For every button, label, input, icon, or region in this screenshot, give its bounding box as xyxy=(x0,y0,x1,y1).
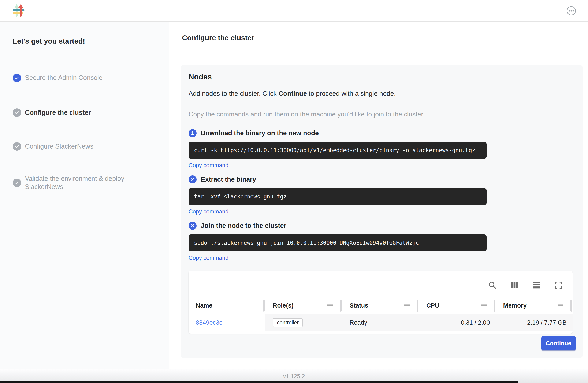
check-circle-icon xyxy=(13,74,21,82)
copy-command-link-3[interactable]: Copy command xyxy=(189,255,229,261)
column-menu-icon[interactable] xyxy=(481,302,487,309)
check-circle-icon xyxy=(13,179,21,187)
column-resize-handle[interactable] xyxy=(263,300,265,312)
sidebar-item-configure-cluster[interactable]: Configure the cluster xyxy=(0,95,169,130)
view-columns-icon[interactable] xyxy=(510,280,519,290)
nodes-heading: Nodes xyxy=(189,72,575,81)
setup-steps-sidebar: Let's get you started! Secure the Admin … xyxy=(0,22,169,369)
step-3-header: 3 Join the node to the cluster xyxy=(189,222,575,230)
column-header-memory[interactable]: Memory xyxy=(496,297,573,314)
column-menu-icon[interactable] xyxy=(557,302,564,309)
sidebar-heading: Let's get you started! xyxy=(0,22,169,61)
step-3-command-block: sudo ./slackernews-gnu join 10.0.0.11:30… xyxy=(189,234,486,251)
fullscreen-icon[interactable] xyxy=(554,280,563,290)
column-resize-handle[interactable] xyxy=(340,300,342,312)
step-2-command: tar -xvf slackernews-gnu.tgz xyxy=(194,193,287,200)
role-chip: controller xyxy=(273,318,303,327)
column-header-cpu[interactable]: CPU xyxy=(419,297,496,314)
page-title: Configure the cluster xyxy=(182,34,582,42)
search-icon[interactable] xyxy=(488,280,497,290)
nodes-card: Nodes Add nodes to the cluster. Click Co… xyxy=(181,65,583,358)
overflow-menu-button[interactable] xyxy=(567,6,576,16)
column-menu-icon[interactable] xyxy=(404,302,410,309)
step-1-command-block: curl -k https://10.0.0.11:30000/api/v1/e… xyxy=(189,142,486,159)
version-label: v1.125.2 xyxy=(283,373,305,380)
check-circle-icon xyxy=(13,108,21,117)
sidebar-item-label: Configure the cluster xyxy=(25,109,91,117)
step-2-command-block: tar -xvf slackernews-gnu.tgz xyxy=(189,188,486,205)
column-header-roles[interactable]: Role(s) xyxy=(265,297,342,314)
nodes-intro: Add nodes to the cluster. Click Continue… xyxy=(189,90,575,97)
topbar xyxy=(0,0,588,22)
sidebar-item-secure-admin-console[interactable]: Secure the Admin Console xyxy=(0,61,169,95)
density-icon[interactable] xyxy=(532,280,541,290)
column-resize-handle[interactable] xyxy=(570,300,572,312)
node-name-cell: 8849ec3c xyxy=(189,314,265,331)
copy-commands-hint: Copy the commands and run them on the ma… xyxy=(189,110,575,118)
bottom-edge-strip xyxy=(0,381,518,383)
column-header-status[interactable]: Status xyxy=(342,297,419,314)
node-memory-cell: 2.19 / 7.77 GB xyxy=(496,314,573,331)
table-row: 8849ec3c controller Ready 0.31 / 2.00 2.… xyxy=(189,314,573,331)
ellipsis-circle-icon xyxy=(567,6,576,16)
continue-button[interactable]: Continue xyxy=(541,336,576,350)
column-header-name[interactable]: Name xyxy=(189,297,265,314)
admin-console-screen: Let's get you started! Secure the Admin … xyxy=(0,0,588,383)
slackernews-logo-icon xyxy=(13,4,25,18)
column-resize-handle[interactable] xyxy=(417,300,419,312)
node-roles-cell: controller xyxy=(265,314,342,331)
step-number-badge: 3 xyxy=(189,222,197,230)
copy-command-link-2[interactable]: Copy command xyxy=(189,208,229,215)
sidebar-item-label: Configure SlackerNews xyxy=(25,143,93,151)
column-resize-handle[interactable] xyxy=(494,300,495,312)
sidebar-item-label: Validate the environment & deploy Slacke… xyxy=(25,175,147,191)
main-content: Configure the cluster Nodes Add nodes to… xyxy=(169,22,588,369)
sidebar-item-configure-slackernews[interactable]: Configure SlackerNews xyxy=(0,130,169,163)
step-2-header: 2 Extract the binary xyxy=(189,175,575,183)
column-menu-icon[interactable] xyxy=(327,302,333,309)
node-name-link[interactable]: 8849ec3c xyxy=(196,319,222,326)
title-divider xyxy=(182,52,582,52)
nodes-table: Name Role(s) Status xyxy=(189,271,573,334)
check-circle-icon xyxy=(13,142,21,151)
table-toolbar xyxy=(189,271,573,297)
step-1-command: curl -k https://10.0.0.11:30000/api/v1/e… xyxy=(194,147,475,153)
step-3-command: sudo ./slackernews-gnu join 10.0.0.11:30… xyxy=(194,240,419,246)
table-header-row: Name Role(s) Status xyxy=(189,297,573,314)
copy-command-link-1[interactable]: Copy command xyxy=(189,162,229,169)
sidebar-item-label: Secure the Admin Console xyxy=(25,74,103,82)
step-1-header: 1 Download the binary on the new node xyxy=(189,129,575,137)
node-status-cell: Ready xyxy=(342,314,419,331)
step-number-badge: 1 xyxy=(189,129,197,137)
step-number-badge: 2 xyxy=(189,175,197,183)
node-cpu-cell: 0.31 / 2.00 xyxy=(419,314,496,331)
sidebar-item-validate-deploy[interactable]: Validate the environment & deploy Slacke… xyxy=(0,163,169,203)
